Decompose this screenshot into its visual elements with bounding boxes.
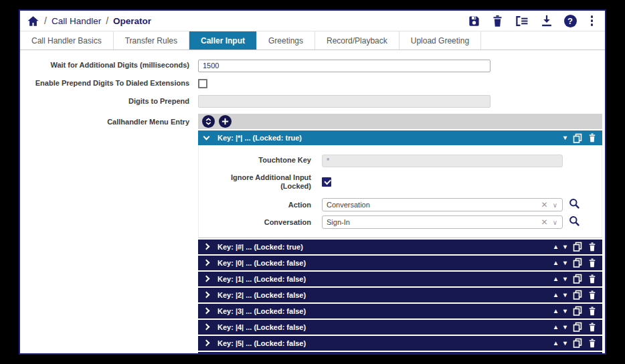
- move-up-icon[interactable]: ▴: [554, 244, 557, 250]
- entry-title: Key: |1| ... (Locked: false): [217, 275, 554, 283]
- wait-digits-input[interactable]: [198, 60, 490, 72]
- delete-icon[interactable]: [492, 15, 503, 27]
- collapse-chevron-icon[interactable]: [203, 134, 210, 141]
- digits-prepend-input: [198, 95, 490, 108]
- copy-entry-icon[interactable]: [573, 306, 582, 316]
- ignore-input-row: Ignore Additional Input (Locked): [199, 173, 602, 191]
- entry-row[interactable]: Key: |#| ... (Locked: true) ▴ ▾: [198, 240, 602, 254]
- chevron-down-icon[interactable]: ∨: [551, 201, 562, 209]
- action-combobox[interactable]: Conversation ✕ ∨: [322, 198, 563, 211]
- audit-list-icon[interactable]: [515, 15, 529, 27]
- delete-entry-icon[interactable]: [588, 274, 596, 284]
- menu-entry-label: Callhandler Menu Entry: [21, 118, 189, 126]
- expand-chevron-icon[interactable]: [203, 324, 210, 331]
- touchtone-row: Touchtone Key: [199, 154, 602, 167]
- entry-row[interactable]: Key: |3| ... (Locked: false) ▴ ▾: [198, 304, 602, 318]
- tab-call-handler-basics[interactable]: Call Handler Basics: [20, 31, 114, 50]
- chevron-down-icon[interactable]: ∨: [551, 219, 562, 226]
- move-up-icon[interactable]: ▴: [554, 276, 557, 282]
- entry-row[interactable]: Key: |0| ... (Locked: false) ▴ ▾: [198, 256, 602, 270]
- expand-chevron-icon[interactable]: [203, 308, 210, 314]
- entry-row[interactable]: Key: |6| ... (Locked: false) ▴ ▾: [198, 352, 602, 355]
- copy-entry-icon[interactable]: [573, 133, 582, 143]
- move-up-icon[interactable]: ▴: [554, 260, 557, 266]
- move-down-icon[interactable]: ▾: [563, 340, 567, 347]
- copy-entry-icon[interactable]: [573, 290, 582, 300]
- breadcrumb-page: Operator: [113, 16, 151, 26]
- delete-entry-icon[interactable]: [588, 258, 596, 268]
- touchtone-input: [322, 155, 563, 167]
- entry-row[interactable]: Key: |2| ... (Locked: false) ▴ ▾: [198, 288, 602, 302]
- conversation-combobox[interactable]: Sign-In ✕ ∨: [322, 215, 563, 229]
- tab-record-playback[interactable]: Record/Playback: [315, 31, 399, 50]
- copy-entry-icon[interactable]: [573, 274, 582, 284]
- wait-digits-row: Wait for Additional Digits (milliseconds…: [21, 59, 602, 72]
- menu-entry-widget: Key: |*| ... (Locked: true) ▾: [198, 114, 602, 355]
- conversation-search-icon[interactable]: [569, 215, 580, 230]
- expand-chevron-icon[interactable]: [203, 276, 210, 282]
- menu-entry-toolbar: [198, 114, 602, 129]
- tab-caller-input[interactable]: Caller Input: [189, 31, 257, 50]
- delete-entry-icon[interactable]: [588, 323, 596, 332]
- action-search-icon[interactable]: [569, 198, 580, 212]
- enable-prepend-checkbox[interactable]: [198, 79, 207, 88]
- digits-prepend-row: Digits to Prepend: [21, 95, 602, 108]
- entry-row[interactable]: Key: |1| ... (Locked: false) ▴ ▾: [198, 272, 602, 286]
- copy-entry-icon[interactable]: [573, 354, 582, 355]
- move-up-icon[interactable]: ▴: [554, 308, 557, 314]
- delete-entry-icon[interactable]: [588, 133, 596, 143]
- move-up-icon[interactable]: ▴: [554, 340, 557, 347]
- expand-collapse-all-button[interactable]: [202, 115, 215, 128]
- menu-entry-row: Callhandler Menu Entry: [21, 114, 602, 355]
- expanded-entry-header[interactable]: Key: |*| ... (Locked: true) ▾: [198, 130, 602, 145]
- download-icon[interactable]: [541, 15, 553, 27]
- delete-entry-icon[interactable]: [588, 339, 596, 348]
- delete-entry-icon[interactable]: [588, 242, 596, 252]
- move-down-icon[interactable]: ▾: [563, 324, 567, 331]
- expand-chevron-icon[interactable]: [203, 260, 210, 266]
- breadcrumb-separator: /: [44, 15, 47, 26]
- entry-title: Key: |2| ... (Locked: false): [217, 291, 554, 299]
- entry-row[interactable]: Key: |5| ... (Locked: false) ▴ ▾: [198, 336, 602, 351]
- move-down-icon[interactable]: ▾: [563, 276, 567, 282]
- delete-entry-icon[interactable]: [588, 355, 596, 355]
- copy-entry-icon[interactable]: [573, 322, 582, 332]
- move-up-icon[interactable]: ▴: [554, 324, 557, 331]
- expand-chevron-icon[interactable]: [203, 244, 210, 250]
- move-down-icon[interactable]: ▾: [563, 260, 567, 266]
- more-icon[interactable]: [588, 15, 596, 26]
- breadcrumb-section[interactable]: Call Handler: [52, 16, 101, 26]
- enable-prepend-row: Enable Prepend Digits To Dialed Extensio…: [21, 79, 602, 88]
- more-dots: [588, 15, 596, 26]
- expanded-entry-panel: Touchtone Key Ignore Additional Input (L…: [198, 145, 602, 238]
- copy-entry-icon[interactable]: [573, 242, 582, 252]
- action-label: Action: [199, 201, 311, 209]
- move-down-icon[interactable]: ▾: [563, 308, 567, 314]
- home-icon[interactable]: [27, 15, 39, 27]
- delete-entry-icon[interactable]: [588, 290, 596, 300]
- action-row: Action Conversation ✕ ∨: [199, 198, 602, 212]
- entry-row[interactable]: Key: |4| ... (Locked: false) ▴ ▾: [198, 320, 602, 335]
- tab-bar: Call Handler BasicsTransfer RulesCaller …: [20, 31, 605, 50]
- copy-entry-icon[interactable]: [573, 338, 582, 348]
- clear-icon[interactable]: ✕: [539, 217, 551, 227]
- move-down-icon[interactable]: ▾: [563, 292, 567, 298]
- help-icon[interactable]: ?: [564, 15, 577, 27]
- expand-chevron-icon[interactable]: [203, 292, 210, 298]
- clear-icon[interactable]: ✕: [539, 200, 551, 209]
- enable-prepend-label: Enable Prepend Digits To Dialed Extensio…: [21, 79, 189, 88]
- add-entry-button[interactable]: [219, 115, 232, 128]
- move-up-icon[interactable]: ▴: [554, 292, 557, 298]
- tab-upload-greeting[interactable]: Upload Greeting: [399, 31, 481, 50]
- move-down-icon[interactable]: ▾: [563, 134, 567, 141]
- save-icon[interactable]: [468, 15, 480, 27]
- tab-transfer-rules[interactable]: Transfer Rules: [114, 31, 189, 50]
- entry-title: Key: |5| ... (Locked: false): [217, 339, 554, 347]
- copy-entry-icon[interactable]: [573, 258, 582, 268]
- tab-greetings[interactable]: Greetings: [257, 31, 315, 50]
- delete-entry-icon[interactable]: [588, 306, 596, 316]
- ignore-input-checkbox[interactable]: [322, 177, 331, 187]
- expand-chevron-icon[interactable]: [203, 340, 210, 347]
- conversation-label: Conversation: [199, 218, 311, 227]
- move-down-icon[interactable]: ▾: [563, 244, 567, 250]
